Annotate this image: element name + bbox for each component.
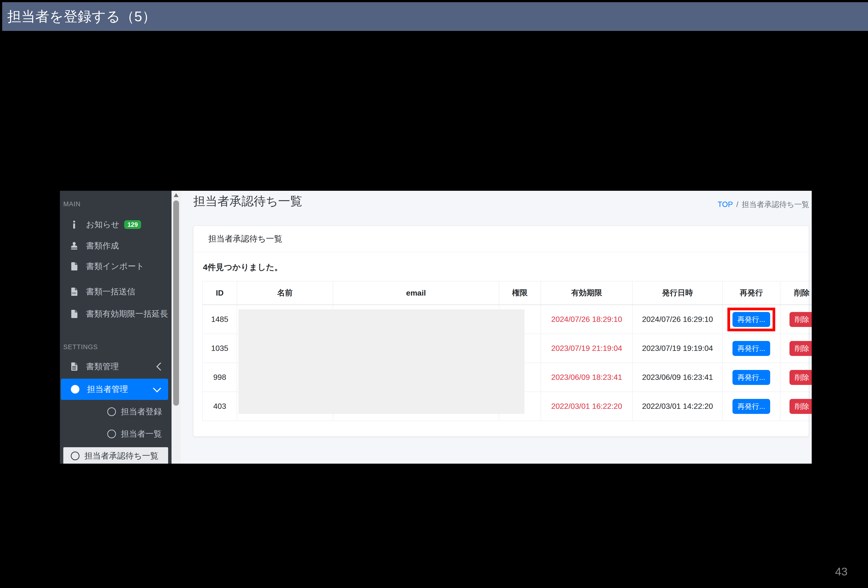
column-header: 名前 [237, 281, 333, 305]
csv-file-icon: CSV [69, 286, 80, 297]
sidebar-item-create-doc[interactable]: 書類作成 [60, 237, 171, 254]
sidebar-item-label: 担当者承認待ち一覧 [84, 450, 158, 461]
page-title: 担当者承認待ち一覧 [193, 194, 302, 209]
redaction-overlay [238, 309, 524, 414]
table-header-row: ID名前email権限有効期限発行日時再発行削除 [203, 281, 812, 305]
slide-title: 担当者を登録する（5） [7, 7, 156, 26]
scrollbar-thumb[interactable] [173, 200, 179, 406]
cell-reissue: 再発行... [723, 334, 780, 363]
breadcrumb-top-link[interactable]: TOP [717, 200, 733, 209]
annotation-box: 再発行... [728, 308, 775, 331]
content-header: 担当者承認待ち一覧 TOP / 担当者承認待ち一覧 [193, 194, 809, 209]
cell-delete: 削除 [780, 334, 812, 363]
news-count-badge: 129 [124, 220, 141, 229]
cell-delete: 削除 [780, 363, 812, 392]
cell-reissue: 再発行... [723, 305, 780, 334]
cell-expiry: 2022/03/01 16:22:20 [541, 392, 633, 421]
stamp-icon [69, 240, 80, 251]
breadcrumb-separator: / [736, 200, 738, 209]
column-header: 権限 [499, 281, 541, 305]
sidebar-item-staff-management[interactable]: 担当者管理 [61, 379, 168, 400]
file-icon [69, 308, 80, 320]
sidebar-item-staff-list[interactable]: 担当者一覧 [60, 426, 171, 442]
user-circle-icon [69, 384, 81, 395]
cell-issued: 2023/06/09 16:23:41 [633, 363, 723, 392]
cell-reissue: 再発行... [723, 392, 780, 421]
sidebar-section-settings: SETTINGS [63, 343, 171, 351]
card-body: 4件見つかりました。 ID名前email権限有効期限発行日時再発行削除 1485… [193, 252, 809, 421]
circle-icon [107, 430, 116, 438]
cell-id: 1035 [203, 334, 237, 363]
sidebar-item-label: 書類インポート [86, 261, 144, 272]
cell-issued: 2024/07/26 16:29:10 [633, 305, 723, 334]
main-content: 担当者承認待ち一覧 TOP / 担当者承認待ち一覧 担当者承認待ち一覧 4件見つ… [181, 191, 812, 464]
sidebar: MAIN お知らせ 129 書類作成 書類インポート CSV 書類一括送信 [60, 191, 171, 464]
cell-id: 1485 [203, 305, 237, 334]
app-screenshot: MAIN お知らせ 129 書類作成 書類インポート CSV 書類一括送信 [60, 191, 812, 464]
reissue-button[interactable]: 再発行... [732, 312, 770, 327]
sidebar-item-bulk-send[interactable]: CSV 書類一括送信 [60, 283, 171, 300]
reissue-button[interactable]: 再発行... [732, 341, 770, 356]
sidebar-item-label: 担当者登録 [121, 406, 162, 417]
circle-icon [107, 407, 116, 416]
column-header: 有効期限 [541, 281, 633, 305]
sidebar-item-label: 書類一括送信 [86, 286, 135, 297]
annotation-box: 再発行... [732, 370, 770, 385]
column-header: email [333, 281, 499, 305]
file-lines-icon [69, 361, 80, 372]
sidebar-item-import-doc[interactable]: 書類インポート [60, 258, 171, 275]
reissue-button[interactable]: 再発行... [732, 370, 770, 385]
delete-button[interactable]: 削除 [790, 399, 812, 414]
cell-expiry: 2024/07/26 18:29:10 [541, 305, 633, 334]
cell-delete: 削除 [780, 305, 812, 334]
sidebar-item-bulk-extend[interactable]: 書類有効期限一括延長 [60, 305, 171, 323]
circle-icon [71, 452, 80, 460]
cell-reissue: 再発行... [723, 363, 780, 392]
cell-id: 998 [203, 363, 237, 392]
chevron-left-icon [156, 363, 164, 371]
breadcrumb: TOP / 担当者承認待ち一覧 [717, 199, 809, 209]
sidebar-item-label: お知らせ [86, 219, 120, 230]
table-wrap: ID名前email権限有効期限発行日時再発行削除 1485 2024/07/26… [202, 281, 799, 421]
sidebar-item-doc-management[interactable]: 書類管理 [60, 358, 171, 375]
sidebar-scrollbar[interactable] [171, 191, 181, 464]
card-title: 担当者承認待ち一覧 [208, 233, 282, 245]
cell-id: 403 [203, 392, 237, 421]
card-header: 担当者承認待ち一覧 [193, 226, 809, 252]
sidebar-item-label: 担当者一覧 [121, 428, 162, 439]
sidebar-section-main: MAIN [63, 200, 171, 208]
sidebar-item-label: 担当者管理 [87, 384, 128, 395]
cell-expiry: 2023/06/09 18:23:41 [541, 363, 633, 392]
cell-delete: 削除 [780, 392, 812, 421]
breadcrumb-current: 担当者承認待ち一覧 [742, 199, 809, 209]
column-header: 再発行 [723, 281, 780, 305]
result-count: 4件見つかりました。 [203, 262, 799, 273]
file-icon [69, 261, 80, 272]
sidebar-item-label: 書類管理 [86, 361, 119, 372]
slide-title-bar: 担当者を登録する（5） [2, 2, 868, 31]
sidebar-item-label: 書類有効期限一括延長 [86, 308, 168, 320]
cell-expiry: 2023/07/19 21:19:04 [541, 334, 633, 363]
info-icon [69, 219, 80, 230]
delete-button[interactable]: 削除 [790, 312, 812, 327]
sidebar-item-label: 書類作成 [86, 240, 119, 251]
sidebar-item-staff-pending-list[interactable]: 担当者承認待ち一覧 [63, 447, 168, 464]
cell-issued: 2023/07/19 19:19:04 [633, 334, 723, 363]
column-header: 削除 [780, 281, 812, 305]
scrollbar-up-arrow-icon[interactable] [174, 193, 179, 197]
annotation-box: 再発行... [732, 399, 770, 414]
sidebar-item-news[interactable]: お知らせ 129 [60, 216, 171, 233]
cell-issued: 2022/03/01 14:22:20 [633, 392, 723, 421]
annotation-box: 再発行... [732, 341, 770, 356]
delete-button[interactable]: 削除 [790, 370, 812, 385]
delete-button[interactable]: 削除 [790, 341, 812, 356]
column-header: ID [203, 281, 237, 305]
slide-page-number: 43 [835, 565, 847, 578]
reissue-button[interactable]: 再発行... [732, 399, 770, 414]
chevron-down-icon [153, 384, 161, 392]
pending-list-card: 担当者承認待ち一覧 4件見つかりました。 ID名前email権限有効期限発行日時… [193, 226, 809, 436]
column-header: 発行日時 [633, 281, 723, 305]
sidebar-item-staff-register[interactable]: 担当者登録 [60, 403, 171, 420]
svg-text:CSV: CSV [72, 292, 76, 294]
